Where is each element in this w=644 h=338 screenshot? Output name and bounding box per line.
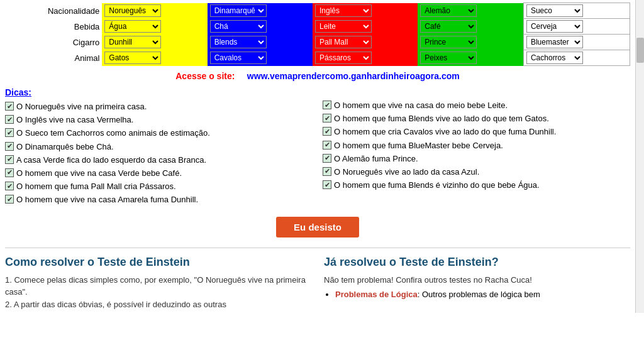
puzzle-cell[interactable]: ÁguaCháLeiteCaféCerveja bbox=[418, 19, 523, 35]
puzzle-select[interactable]: NorueguêsInglêsSuecoDinamarquêsAlemão bbox=[420, 4, 477, 17]
puzzle-select[interactable]: NorueguêsInglêsSuecoDinamarquêsAlemão bbox=[210, 4, 267, 17]
dica-item: ✔O homem que fuma Pall Mall cria Pássaro… bbox=[5, 181, 313, 192]
puzzle-select[interactable]: GatosCavalosPássarosPeixesCachorros bbox=[210, 52, 267, 64]
puzzle-select[interactable]: GatosCavalosPássarosPeixesCachorros bbox=[104, 52, 161, 64]
scrollbar[interactable] bbox=[635, 0, 644, 313]
bottom-left: Como resolver o Teste de Einstein 1. Com… bbox=[5, 256, 311, 311]
puzzle-select[interactable]: ÁguaCháLeiteCaféCerveja bbox=[420, 20, 477, 33]
dica-item: ✔O homem que vive na casa Amarela fuma D… bbox=[5, 194, 313, 205]
dica-checkbox: ✔ bbox=[5, 102, 14, 111]
puzzle-cell[interactable]: GatosCavalosPássarosPeixesCachorros bbox=[313, 50, 418, 66]
puzzle-cell[interactable]: GatosCavalosPássarosPeixesCachorros bbox=[208, 50, 313, 66]
puzzle-select[interactable]: ÁguaCháLeiteCaféCerveja bbox=[104, 20, 161, 33]
puzzle-select[interactable]: GatosCavalosPássarosPeixesCachorros bbox=[420, 52, 477, 64]
bottom-right-intro: Não tem problema! Confira outros testes … bbox=[324, 274, 630, 286]
dica-checkbox: ✔ bbox=[5, 195, 14, 204]
dica-item: ✔O homem que cria Cavalos vive ao lado d… bbox=[323, 126, 630, 138]
dica-text: O homem que cria Cavalos vive ao lado do… bbox=[334, 126, 556, 138]
puzzle-select[interactable]: GatosCavalosPássarosPeixesCachorros bbox=[526, 52, 583, 64]
dicas-right: ✔O homem que vive na casa do meio bebe L… bbox=[323, 87, 630, 208]
dica-item: ✔O Dinamarquês bebe Chá. bbox=[5, 141, 313, 153]
puzzle-select[interactable]: DunhillBlendsPall MallPrinceBluemaster bbox=[526, 36, 583, 48]
puzzle-cell[interactable]: ÁguaCháLeiteCaféCerveja bbox=[523, 19, 630, 35]
dica-item: ✔O homem que vive na casa Verde bebe Caf… bbox=[5, 168, 313, 179]
bottom-left-paragraph: 1. Comece pelas dicas simples como, por … bbox=[5, 274, 311, 298]
puzzle-cell[interactable]: DunhillBlendsPall MallPrinceBluemaster bbox=[208, 35, 313, 50]
puzzle-select[interactable]: NorueguêsInglêsSuecoDinamarquêsAlemão bbox=[104, 4, 161, 17]
puzzle-table: NacionalidadeNorueguêsInglêsSuecoDinamar… bbox=[5, 3, 630, 66]
row-label: Nacionalidade bbox=[5, 3, 102, 19]
dica-item: ✔O homem que fuma Blends é vizinho do qu… bbox=[323, 180, 630, 191]
dica-text: O Norueguês vive na primeira casa. bbox=[16, 101, 147, 112]
puzzle-cell[interactable]: GatosCavalosPássarosPeixesCachorros bbox=[523, 50, 630, 66]
puzzle-cell[interactable]: DunhillBlendsPall MallPrinceBluemaster bbox=[418, 35, 523, 50]
dica-item: ✔O homem que fuma BlueMaster bebe Cervej… bbox=[323, 140, 630, 151]
scrollbar-thumb[interactable] bbox=[636, 38, 644, 63]
puzzle-cell[interactable]: NorueguêsInglêsSuecoDinamarquêsAlemão bbox=[523, 3, 630, 19]
dica-item: ✔O Inglês vive na casa Vermelha. bbox=[5, 114, 313, 126]
dica-item: ✔A casa Verde fica do lado esquerdo da c… bbox=[5, 155, 313, 166]
row-label: Cigarro bbox=[5, 35, 102, 50]
puzzle-cell[interactable]: ÁguaCháLeiteCaféCerveja bbox=[313, 19, 418, 35]
dica-item: ✔O Alemão fuma Prince. bbox=[323, 153, 630, 165]
dica-item: ✔O Norueguês vive na primeira casa. bbox=[5, 101, 313, 112]
puzzle-select[interactable]: ÁguaCháLeiteCaféCerveja bbox=[210, 20, 267, 33]
puzzle-select[interactable]: ÁguaCháLeiteCaféCerveja bbox=[315, 20, 372, 33]
dica-checkbox: ✔ bbox=[5, 142, 14, 151]
puzzle-cell[interactable]: NorueguêsInglêsSuecoDinamarquêsAlemão bbox=[313, 3, 418, 19]
dica-item: ✔O Sueco tem Cachorros como animais de e… bbox=[5, 128, 313, 139]
dicas-title: Dicas: bbox=[5, 87, 313, 97]
dica-text: O homem que vive na casa Verde bebe Café… bbox=[16, 168, 182, 179]
puzzle-cell[interactable]: DunhillBlendsPall MallPrinceBluemaster bbox=[313, 35, 418, 50]
puzzle-cell[interactable]: NorueguêsInglêsSuecoDinamarquêsAlemão bbox=[102, 3, 207, 19]
puzzle-cell[interactable]: ÁguaCháLeiteCaféCerveja bbox=[102, 19, 207, 35]
dica-item: ✔O homem que vive na casa do meio bebe L… bbox=[323, 100, 630, 111]
bottom-section: Como resolver o Teste de Einstein 1. Com… bbox=[5, 248, 630, 311]
dica-checkbox: ✔ bbox=[323, 154, 331, 163]
dica-checkbox: ✔ bbox=[323, 127, 331, 136]
puzzle-select[interactable]: GatosCavalosPássarosPeixesCachorros bbox=[315, 52, 372, 64]
puzzle-select[interactable]: NorueguêsInglêsSuecoDinamarquêsAlemão bbox=[315, 4, 372, 17]
puzzle-cell[interactable]: ÁguaCháLeiteCaféCerveja bbox=[208, 19, 313, 35]
dica-text: O Alemão fuma Prince. bbox=[334, 153, 418, 165]
dica-text: O Dinamarquês bebe Chá. bbox=[16, 141, 114, 153]
dica-item: ✔O Norueguês vive ao lado da casa Azul. bbox=[323, 166, 630, 178]
puzzle-cell[interactable]: NorueguêsInglêsSuecoDinamarquêsAlemão bbox=[418, 3, 523, 19]
bottom-left-paragraph: 2. A partir das dicas óbvias, é possível… bbox=[5, 298, 311, 311]
dica-text: O homem que fuma Pall Mall cria Pássaros… bbox=[16, 181, 176, 192]
puzzle-cell[interactable]: NorueguêsInglêsSuecoDinamarquêsAlemão bbox=[208, 3, 313, 19]
puzzle-select[interactable]: DunhillBlendsPall MallPrinceBluemaster bbox=[210, 36, 267, 48]
dica-text: O homem que vive na casa do meio bebe Le… bbox=[334, 100, 508, 111]
puzzle-select[interactable]: NorueguêsInglêsSuecoDinamarquêsAlemão bbox=[526, 4, 583, 17]
dica-checkbox: ✔ bbox=[5, 115, 14, 124]
puzzle-cell[interactable]: GatosCavalosPássarosPeixesCachorros bbox=[418, 50, 523, 66]
puzzle-select[interactable]: DunhillBlendsPall MallPrinceBluemaster bbox=[315, 36, 372, 48]
dica-checkbox: ✔ bbox=[323, 141, 331, 150]
dica-text: O homem que fuma Blends vive ao lado do … bbox=[334, 113, 549, 124]
puzzle-select[interactable]: DunhillBlendsPall MallPrinceBluemaster bbox=[104, 36, 161, 48]
dica-checkbox: ✔ bbox=[5, 155, 14, 164]
dica-checkbox: ✔ bbox=[323, 101, 331, 109]
puzzle-cell[interactable]: GatosCavalosPássarosPeixesCachorros bbox=[102, 50, 207, 66]
puzzle-cell[interactable]: DunhillBlendsPall MallPrinceBluemaster bbox=[102, 35, 207, 50]
bullet-link[interactable]: Problemas de Lógica bbox=[335, 290, 418, 299]
dica-item: ✔O homem que fuma Blends vive ao lado do… bbox=[323, 113, 630, 124]
dica-text: O homem que fuma Blends é vizinho do que… bbox=[334, 180, 540, 191]
dica-text: O Sueco tem Cachorros como animais de es… bbox=[16, 128, 210, 139]
dica-checkbox: ✔ bbox=[323, 114, 331, 123]
dica-checkbox: ✔ bbox=[5, 182, 14, 190]
puzzle-select[interactable]: DunhillBlendsPall MallPrinceBluemaster bbox=[420, 36, 477, 48]
puzzle-cell[interactable]: DunhillBlendsPall MallPrinceBluemaster bbox=[523, 35, 630, 50]
dica-checkbox: ✔ bbox=[323, 167, 331, 176]
puzzle-select[interactable]: ÁguaCháLeiteCaféCerveja bbox=[526, 20, 583, 33]
dica-text: O Inglês vive na casa Vermelha. bbox=[16, 114, 133, 126]
dica-checkbox: ✔ bbox=[5, 168, 14, 177]
dica-checkbox: ✔ bbox=[5, 128, 14, 137]
row-label: Animal bbox=[5, 50, 102, 66]
dicas-section: Dicas: ✔O Norueguês vive na primeira cas… bbox=[5, 87, 630, 208]
row-label: Bebida bbox=[5, 19, 102, 35]
dica-text: A casa Verde fica do lado esquerdo da ca… bbox=[16, 155, 206, 166]
site-link-bar: Acesse o site: www.vemaprendercomo.ganha… bbox=[5, 71, 630, 81]
site-link-url[interactable]: www.vemaprendercomo.ganhardinheiroagora.… bbox=[247, 71, 460, 81]
desisto-button[interactable]: Eu desisto bbox=[276, 217, 359, 237]
